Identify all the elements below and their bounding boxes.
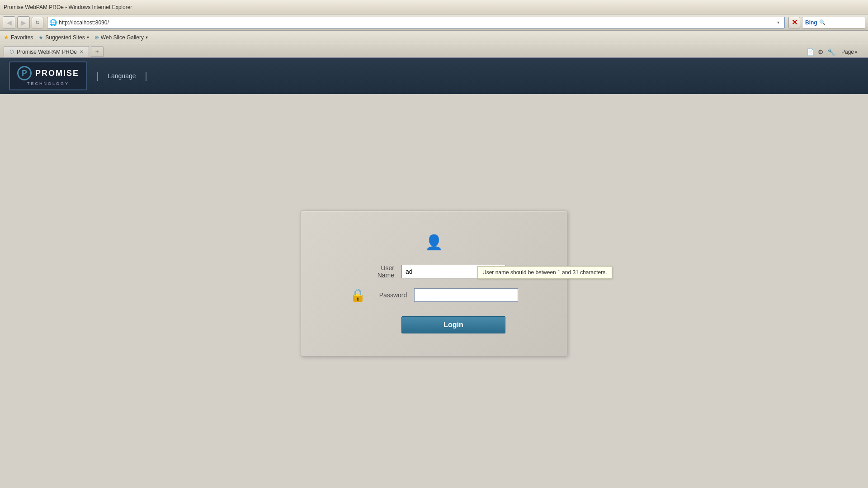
suggested-sites-item[interactable]: ★ Suggested Sites ▾	[38, 34, 89, 41]
browser-titlebar: Promise WebPAM PROe - Windows Internet E…	[0, 0, 868, 14]
tab-close-button[interactable]: ✕	[80, 49, 83, 54]
new-tab-button[interactable]: +	[91, 46, 104, 57]
username-row: User Name User name should be between 1 …	[328, 264, 540, 279]
tab-label: Promise WebPAM PROe	[17, 49, 77, 55]
lock-icon-col: 🔒	[350, 288, 366, 303]
address-input[interactable]	[59, 19, 774, 26]
address-bar[interactable]: 🌐 ▾	[47, 17, 785, 28]
password-row: 🔒 Password	[328, 288, 540, 303]
tab-bar: ⬡ Promise WebPAM PROe ✕ + 📄 ⚙ 🔧 Page ▾	[0, 44, 868, 58]
suggested-sites-dropdown-icon: ▾	[87, 35, 89, 40]
new-tab-icon: +	[95, 48, 99, 55]
user-icon-container: 👤	[425, 234, 443, 251]
page-dropdown-icon: ▾	[855, 50, 857, 55]
favorites-label: Favorites	[11, 34, 33, 41]
tab-favicon: ⬡	[9, 49, 14, 55]
ie-tools-icon2[interactable]: ⚙	[818, 48, 824, 56]
login-button[interactable]: Login	[401, 316, 505, 333]
back-icon: ◀	[7, 19, 12, 26]
username-tooltip: User name should be between 1 and 31 cha…	[477, 266, 612, 279]
star-icon: ★	[4, 34, 9, 41]
header-separator-1: |	[96, 71, 99, 81]
forward-icon: ▶	[21, 19, 26, 26]
user-icon: 👤	[425, 234, 443, 250]
suggested-sites-icon: ★	[38, 34, 43, 41]
stop-button[interactable]: ✕	[788, 17, 800, 28]
stop-icon: ✕	[792, 18, 797, 27]
login-card: 👤 User Name User name should be between …	[301, 211, 567, 357]
web-slice-gallery-label: Web Slice Gallery	[101, 34, 144, 41]
page-label: Page	[841, 49, 854, 55]
bing-search-button[interactable]: 🔍	[819, 19, 826, 25]
tab-promise-webpam[interactable]: ⬡ Promise WebPAM PROe ✕	[4, 46, 89, 57]
logo-name: PROMISE	[35, 69, 79, 78]
back-button[interactable]: ◀	[3, 16, 15, 29]
address-dropdown-button[interactable]: ▾	[774, 17, 783, 28]
login-form: 👤 User Name User name should be between …	[328, 234, 540, 333]
page-body: 👤 User Name User name should be between …	[0, 94, 868, 473]
refresh-button[interactable]: ↻	[32, 17, 43, 28]
favorites-bar: ★ Favorites ★ Suggested Sites ▾ ⊕ Web Sl…	[0, 31, 868, 44]
web-slice-icon: ⊕	[94, 34, 99, 41]
refresh-icon: ↻	[35, 19, 40, 26]
browser-toolbar: ◀ ▶ ↻ 🌐 ▾ ✕ Bing 🔍	[0, 14, 868, 31]
ie-tools-icon1[interactable]: 📄	[807, 48, 814, 56]
lock-icon: 🔒	[350, 288, 366, 303]
logo-subtitle: TECHNOLOGY	[27, 81, 69, 86]
username-label: User Name	[363, 264, 394, 279]
web-slice-dropdown-icon: ▾	[146, 35, 148, 40]
logo-circle-p: P	[17, 66, 32, 80]
language-link[interactable]: Language	[108, 72, 136, 80]
ie-tools-group: 📄 ⚙ 🔧 Page ▾	[807, 48, 860, 56]
bing-label: Bing	[805, 19, 817, 26]
ie-page-button[interactable]: Page ▾	[839, 48, 860, 56]
promise-logo: P PROMISE TECHNOLOGY	[9, 61, 87, 90]
forward-button[interactable]: ▶	[17, 16, 30, 29]
suggested-sites-label: Suggested Sites	[45, 34, 85, 41]
header-separator-2: |	[145, 71, 147, 81]
app-header: P PROMISE TECHNOLOGY | Language |	[0, 58, 868, 94]
web-slice-gallery-item[interactable]: ⊕ Web Slice Gallery ▾	[94, 34, 148, 41]
ie-tools-icon3[interactable]: 🔧	[827, 48, 835, 56]
password-label: Password	[379, 291, 407, 299]
password-input[interactable]	[414, 288, 518, 302]
address-bar-globe-icon: 🌐	[49, 19, 57, 26]
favorites-button[interactable]: ★ Favorites	[4, 34, 33, 41]
browser-title: Promise WebPAM PROe - Windows Internet E…	[4, 4, 132, 10]
bing-search-bar[interactable]: Bing 🔍	[802, 17, 865, 28]
content-area: P PROMISE TECHNOLOGY | Language | 👤	[0, 58, 868, 473]
